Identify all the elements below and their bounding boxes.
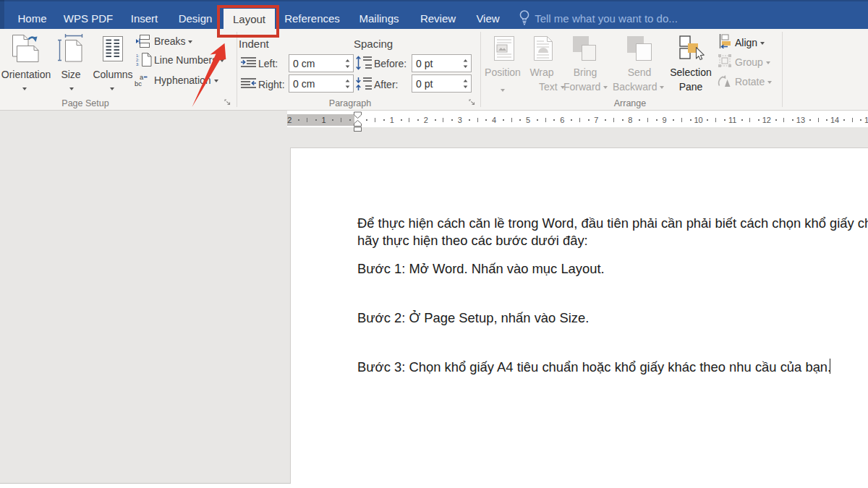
svg-text:bc: bc: [135, 80, 142, 87]
svg-text:3:: 3:: [136, 62, 140, 67]
